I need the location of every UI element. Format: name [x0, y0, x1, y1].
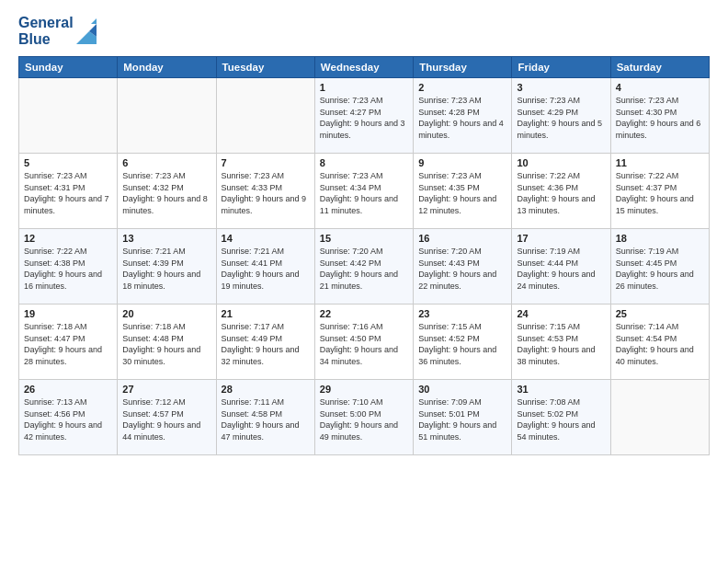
calendar-day-header: Thursday [414, 57, 512, 78]
day-number: 9 [418, 157, 506, 168]
calendar-cell: 20 Sunrise: 7:18 AMSunset: 4:48 PMDaylig… [118, 304, 216, 380]
day-info: Sunrise: 7:10 AMSunset: 5:00 PMDaylight:… [320, 397, 398, 442]
day-info: Sunrise: 7:11 AMSunset: 4:58 PMDaylight:… [222, 397, 300, 442]
day-info: Sunrise: 7:23 AMSunset: 4:31 PMDaylight:… [24, 171, 109, 215]
day-info: Sunrise: 7:20 AMSunset: 4:43 PMDaylight:… [418, 247, 496, 291]
day-number: 24 [517, 308, 605, 319]
calendar-cell: 12 Sunrise: 7:22 AMSunset: 4:38 PMDaylig… [19, 229, 118, 304]
calendar-cell: 22 Sunrise: 7:16 AMSunset: 4:50 PMDaylig… [314, 304, 413, 380]
calendar-cell: 25 Sunrise: 7:14 AMSunset: 4:54 PMDaylig… [610, 304, 709, 380]
calendar-cell: 16 Sunrise: 7:20 AMSunset: 4:43 PMDaylig… [414, 229, 512, 304]
day-info: Sunrise: 7:23 AMSunset: 4:27 PMDaylight:… [320, 96, 405, 140]
day-info: Sunrise: 7:12 AMSunset: 4:57 PMDaylight:… [122, 397, 200, 442]
calendar-day-header: Tuesday [216, 57, 314, 78]
calendar-cell: 6 Sunrise: 7:23 AMSunset: 4:32 PMDayligh… [118, 154, 216, 229]
day-number: 22 [320, 308, 408, 319]
day-number: 12 [24, 233, 112, 244]
day-number: 27 [122, 384, 210, 395]
calendar-day-header: Sunday [19, 57, 118, 78]
calendar-week-row: 1 Sunrise: 7:23 AMSunset: 4:27 PMDayligh… [19, 78, 710, 154]
calendar-header-row: SundayMondayTuesdayWednesdayThursdayFrid… [19, 57, 710, 78]
day-number: 25 [616, 308, 704, 319]
calendar-cell: 29 Sunrise: 7:10 AMSunset: 5:00 PMDaylig… [314, 380, 413, 455]
calendar-day-header: Monday [118, 57, 216, 78]
day-number: 18 [616, 233, 704, 244]
calendar-cell: 10 Sunrise: 7:22 AMSunset: 4:36 PMDaylig… [512, 154, 610, 229]
calendar-cell: 26 Sunrise: 7:13 AMSunset: 4:56 PMDaylig… [19, 380, 118, 455]
calendar-cell: 9 Sunrise: 7:23 AMSunset: 4:35 PMDayligh… [414, 154, 512, 229]
day-info: Sunrise: 7:21 AMSunset: 4:41 PMDaylight:… [222, 247, 300, 291]
day-info: Sunrise: 7:17 AMSunset: 4:49 PMDaylight:… [222, 322, 300, 366]
calendar-cell [118, 78, 216, 154]
day-info: Sunrise: 7:23 AMSunset: 4:35 PMDaylight:… [418, 171, 496, 215]
calendar-cell: 8 Sunrise: 7:23 AMSunset: 4:34 PMDayligh… [314, 154, 413, 229]
day-info: Sunrise: 7:18 AMSunset: 4:47 PMDaylight:… [24, 322, 102, 366]
calendar-cell: 7 Sunrise: 7:23 AMSunset: 4:33 PMDayligh… [216, 154, 314, 229]
day-info: Sunrise: 7:13 AMSunset: 4:56 PMDaylight:… [24, 397, 102, 442]
calendar-cell: 24 Sunrise: 7:15 AMSunset: 4:53 PMDaylig… [512, 304, 610, 380]
day-number: 13 [122, 233, 210, 244]
calendar-cell: 13 Sunrise: 7:21 AMSunset: 4:39 PMDaylig… [118, 229, 216, 304]
calendar-cell: 5 Sunrise: 7:23 AMSunset: 4:31 PMDayligh… [19, 154, 118, 229]
day-number: 11 [616, 157, 704, 168]
calendar-cell: 27 Sunrise: 7:12 AMSunset: 4:57 PMDaylig… [118, 380, 216, 455]
day-info: Sunrise: 7:18 AMSunset: 4:48 PMDaylight:… [122, 322, 200, 366]
day-info: Sunrise: 7:22 AMSunset: 4:37 PMDaylight:… [616, 171, 694, 215]
calendar-day-header: Saturday [610, 57, 709, 78]
day-info: Sunrise: 7:14 AMSunset: 4:54 PMDaylight:… [616, 322, 694, 366]
day-number: 10 [517, 157, 605, 168]
calendar-week-row: 19 Sunrise: 7:18 AMSunset: 4:47 PMDaylig… [19, 304, 710, 380]
calendar-cell: 17 Sunrise: 7:19 AMSunset: 4:44 PMDaylig… [512, 229, 610, 304]
calendar-cell: 1 Sunrise: 7:23 AMSunset: 4:27 PMDayligh… [314, 78, 413, 154]
calendar-cell [216, 78, 314, 154]
day-info: Sunrise: 7:15 AMSunset: 4:53 PMDaylight:… [517, 322, 595, 366]
day-info: Sunrise: 7:23 AMSunset: 4:32 PMDaylight:… [122, 171, 208, 215]
calendar-cell [610, 380, 709, 455]
calendar-day-header: Wednesday [314, 57, 413, 78]
day-number: 19 [24, 308, 112, 319]
calendar-cell: 14 Sunrise: 7:21 AMSunset: 4:41 PMDaylig… [216, 229, 314, 304]
day-number: 14 [222, 233, 310, 244]
day-number: 16 [418, 233, 506, 244]
day-number: 8 [320, 157, 408, 168]
day-info: Sunrise: 7:16 AMSunset: 4:50 PMDaylight:… [320, 322, 398, 366]
calendar-cell [19, 78, 118, 154]
day-number: 6 [122, 157, 210, 168]
calendar-cell: 3 Sunrise: 7:23 AMSunset: 4:29 PMDayligh… [512, 78, 610, 154]
calendar-cell: 19 Sunrise: 7:18 AMSunset: 4:47 PMDaylig… [19, 304, 118, 380]
day-number: 30 [418, 384, 506, 395]
calendar-week-row: 26 Sunrise: 7:13 AMSunset: 4:56 PMDaylig… [19, 380, 710, 455]
calendar-cell: 4 Sunrise: 7:23 AMSunset: 4:30 PMDayligh… [610, 78, 709, 154]
page-container: GeneralBlue SundayMondayTuesdayWednesday… [0, 0, 728, 465]
day-info: Sunrise: 7:19 AMSunset: 4:44 PMDaylight:… [517, 247, 595, 291]
day-info: Sunrise: 7:23 AMSunset: 4:29 PMDaylight:… [517, 96, 602, 140]
day-info: Sunrise: 7:21 AMSunset: 4:39 PMDaylight:… [122, 247, 200, 291]
day-number: 3 [517, 82, 605, 93]
page-header: GeneralBlue [18, 15, 710, 47]
day-number: 23 [418, 308, 506, 319]
day-info: Sunrise: 7:23 AMSunset: 4:30 PMDaylight:… [616, 96, 701, 140]
day-number: 1 [320, 82, 408, 93]
day-info: Sunrise: 7:22 AMSunset: 4:36 PMDaylight:… [517, 171, 595, 215]
day-number: 5 [24, 157, 112, 168]
day-info: Sunrise: 7:23 AMSunset: 4:33 PMDaylight:… [222, 171, 307, 215]
day-number: 17 [517, 233, 605, 244]
calendar-cell: 21 Sunrise: 7:17 AMSunset: 4:49 PMDaylig… [216, 304, 314, 380]
calendar-day-header: Friday [512, 57, 610, 78]
calendar-cell: 15 Sunrise: 7:20 AMSunset: 4:42 PMDaylig… [314, 229, 413, 304]
calendar-cell: 30 Sunrise: 7:09 AMSunset: 5:01 PMDaylig… [414, 380, 512, 455]
calendar-cell: 31 Sunrise: 7:08 AMSunset: 5:02 PMDaylig… [512, 380, 610, 455]
day-number: 31 [517, 384, 605, 395]
calendar-cell: 18 Sunrise: 7:19 AMSunset: 4:45 PMDaylig… [610, 229, 709, 304]
logo: GeneralBlue [18, 15, 97, 47]
day-number: 2 [418, 82, 506, 93]
day-number: 29 [320, 384, 408, 395]
day-number: 4 [616, 82, 704, 93]
day-info: Sunrise: 7:23 AMSunset: 4:28 PMDaylight:… [418, 96, 504, 140]
calendar-cell: 2 Sunrise: 7:23 AMSunset: 4:28 PMDayligh… [414, 78, 512, 154]
calendar-week-row: 12 Sunrise: 7:22 AMSunset: 4:38 PMDaylig… [19, 229, 710, 304]
day-number: 20 [122, 308, 210, 319]
calendar-cell: 23 Sunrise: 7:15 AMSunset: 4:52 PMDaylig… [414, 304, 512, 380]
day-info: Sunrise: 7:08 AMSunset: 5:02 PMDaylight:… [517, 397, 595, 442]
day-info: Sunrise: 7:15 AMSunset: 4:52 PMDaylight:… [418, 322, 496, 366]
